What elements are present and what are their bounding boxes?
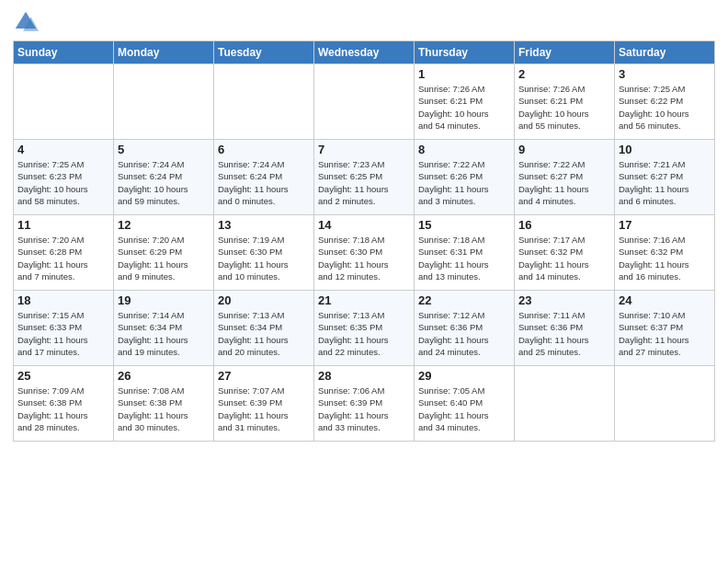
cell-date: 14	[318, 218, 410, 232]
calendar-cell: 24Sunrise: 7:10 AM Sunset: 6:37 PM Dayli…	[615, 291, 715, 366]
logo	[13, 9, 40, 35]
day-header-saturday: Saturday	[615, 41, 715, 64]
cell-info: Sunrise: 7:09 AM Sunset: 6:38 PM Dayligh…	[17, 385, 109, 433]
calendar-cell: 11Sunrise: 7:20 AM Sunset: 6:28 PM Dayli…	[14, 215, 114, 291]
calendar-cell	[515, 366, 615, 442]
calendar-cell	[314, 64, 415, 140]
cell-info: Sunrise: 7:07 AM Sunset: 6:39 PM Dayligh…	[218, 385, 310, 433]
calendar-cell: 9Sunrise: 7:22 AM Sunset: 6:27 PM Daylig…	[515, 140, 615, 215]
day-header-friday: Friday	[515, 41, 615, 64]
cell-date: 16	[518, 218, 610, 232]
calendar-cell: 23Sunrise: 7:11 AM Sunset: 6:36 PM Dayli…	[515, 291, 615, 366]
cell-info: Sunrise: 7:20 AM Sunset: 6:28 PM Dayligh…	[17, 234, 109, 282]
calendar-cell: 18Sunrise: 7:15 AM Sunset: 6:33 PM Dayli…	[14, 291, 114, 366]
cell-date: 9	[518, 143, 610, 156]
cell-date: 18	[17, 293, 109, 307]
cell-info: Sunrise: 7:22 AM Sunset: 6:26 PM Dayligh…	[418, 158, 510, 207]
calendar-cell: 7Sunrise: 7:23 AM Sunset: 6:25 PM Daylig…	[314, 140, 415, 215]
cell-info: Sunrise: 7:26 AM Sunset: 6:21 PM Dayligh…	[518, 83, 610, 132]
calendar-cell: 13Sunrise: 7:19 AM Sunset: 6:30 PM Dayli…	[214, 215, 314, 291]
calendar-week-4: 18Sunrise: 7:15 AM Sunset: 6:33 PM Dayli…	[14, 291, 715, 366]
day-header-thursday: Thursday	[415, 41, 515, 64]
page: SundayMondayTuesdayWednesdayThursdayFrid…	[0, 0, 728, 563]
logo-icon	[13, 9, 39, 35]
cell-info: Sunrise: 7:05 AM Sunset: 6:40 PM Dayligh…	[418, 385, 510, 433]
cell-date: 11	[17, 218, 109, 232]
calendar-cell: 22Sunrise: 7:12 AM Sunset: 6:36 PM Dayli…	[415, 291, 515, 366]
calendar-table: SundayMondayTuesdayWednesdayThursdayFrid…	[13, 40, 715, 442]
calendar-cell: 21Sunrise: 7:13 AM Sunset: 6:35 PM Dayli…	[314, 291, 415, 366]
calendar-cell: 26Sunrise: 7:08 AM Sunset: 6:38 PM Dayli…	[114, 366, 214, 442]
cell-date: 22	[418, 293, 510, 307]
cell-info: Sunrise: 7:11 AM Sunset: 6:36 PM Dayligh…	[518, 309, 610, 358]
calendar-cell: 4Sunrise: 7:25 AM Sunset: 6:23 PM Daylig…	[14, 140, 114, 215]
cell-info: Sunrise: 7:24 AM Sunset: 6:24 PM Dayligh…	[118, 158, 210, 207]
cell-info: Sunrise: 7:21 AM Sunset: 6:27 PM Dayligh…	[619, 158, 711, 207]
calendar-cell: 19Sunrise: 7:14 AM Sunset: 6:34 PM Dayli…	[114, 291, 214, 366]
calendar-cell: 12Sunrise: 7:20 AM Sunset: 6:29 PM Dayli…	[114, 215, 214, 291]
cell-info: Sunrise: 7:14 AM Sunset: 6:34 PM Dayligh…	[118, 309, 210, 358]
cell-date: 13	[218, 218, 310, 232]
day-header-tuesday: Tuesday	[214, 41, 314, 64]
cell-date: 1	[418, 67, 510, 81]
cell-info: Sunrise: 7:06 AM Sunset: 6:39 PM Dayligh…	[318, 385, 410, 433]
cell-info: Sunrise: 7:17 AM Sunset: 6:32 PM Dayligh…	[518, 234, 610, 282]
cell-date: 23	[518, 293, 610, 307]
cell-date: 7	[318, 143, 410, 156]
calendar-cell: 15Sunrise: 7:18 AM Sunset: 6:31 PM Dayli…	[415, 215, 515, 291]
calendar-cell: 10Sunrise: 7:21 AM Sunset: 6:27 PM Dayli…	[615, 140, 715, 215]
calendar-cell: 16Sunrise: 7:17 AM Sunset: 6:32 PM Dayli…	[515, 215, 615, 291]
header	[13, 9, 715, 35]
cell-date: 10	[619, 143, 711, 156]
cell-date: 29	[418, 369, 510, 383]
calendar-cell: 6Sunrise: 7:24 AM Sunset: 6:24 PM Daylig…	[214, 140, 314, 215]
cell-date: 20	[218, 293, 310, 307]
calendar-cell: 2Sunrise: 7:26 AM Sunset: 6:21 PM Daylig…	[515, 64, 615, 140]
cell-info: Sunrise: 7:18 AM Sunset: 6:31 PM Dayligh…	[418, 234, 510, 282]
cell-info: Sunrise: 7:10 AM Sunset: 6:37 PM Dayligh…	[619, 309, 711, 358]
cell-info: Sunrise: 7:25 AM Sunset: 6:23 PM Dayligh…	[17, 158, 109, 207]
calendar-cell: 3Sunrise: 7:25 AM Sunset: 6:22 PM Daylig…	[615, 64, 715, 140]
cell-info: Sunrise: 7:15 AM Sunset: 6:33 PM Dayligh…	[17, 309, 109, 358]
cell-date: 4	[17, 143, 109, 156]
cell-date: 19	[118, 293, 210, 307]
day-header-sunday: Sunday	[14, 41, 114, 64]
cell-date: 24	[619, 293, 711, 307]
cell-date: 2	[518, 67, 610, 81]
calendar-week-5: 25Sunrise: 7:09 AM Sunset: 6:38 PM Dayli…	[14, 366, 715, 442]
cell-date: 25	[17, 369, 109, 383]
cell-date: 6	[218, 143, 310, 156]
cell-info: Sunrise: 7:23 AM Sunset: 6:25 PM Dayligh…	[318, 158, 410, 207]
calendar-cell: 27Sunrise: 7:07 AM Sunset: 6:39 PM Dayli…	[214, 366, 314, 442]
day-header-monday: Monday	[114, 41, 214, 64]
calendar-cell	[114, 64, 214, 140]
cell-info: Sunrise: 7:25 AM Sunset: 6:22 PM Dayligh…	[619, 83, 711, 132]
calendar-week-3: 11Sunrise: 7:20 AM Sunset: 6:28 PM Dayli…	[14, 215, 715, 291]
cell-date: 21	[318, 293, 410, 307]
calendar-cell: 29Sunrise: 7:05 AM Sunset: 6:40 PM Dayli…	[415, 366, 515, 442]
calendar-cell	[615, 366, 715, 442]
cell-info: Sunrise: 7:18 AM Sunset: 6:30 PM Dayligh…	[318, 234, 410, 282]
calendar-cell	[14, 64, 114, 140]
cell-date: 12	[118, 218, 210, 232]
header-row: SundayMondayTuesdayWednesdayThursdayFrid…	[14, 41, 715, 64]
cell-date: 3	[619, 67, 711, 81]
cell-date: 5	[118, 143, 210, 156]
cell-info: Sunrise: 7:16 AM Sunset: 6:32 PM Dayligh…	[619, 234, 711, 282]
calendar-cell: 28Sunrise: 7:06 AM Sunset: 6:39 PM Dayli…	[314, 366, 415, 442]
cell-date: 28	[318, 369, 410, 383]
calendar-cell: 25Sunrise: 7:09 AM Sunset: 6:38 PM Dayli…	[14, 366, 114, 442]
calendar-cell: 8Sunrise: 7:22 AM Sunset: 6:26 PM Daylig…	[415, 140, 515, 215]
calendar-cell: 17Sunrise: 7:16 AM Sunset: 6:32 PM Dayli…	[615, 215, 715, 291]
calendar-week-2: 4Sunrise: 7:25 AM Sunset: 6:23 PM Daylig…	[14, 140, 715, 215]
cell-date: 15	[418, 218, 510, 232]
calendar-cell: 20Sunrise: 7:13 AM Sunset: 6:34 PM Dayli…	[214, 291, 314, 366]
cell-info: Sunrise: 7:13 AM Sunset: 6:35 PM Dayligh…	[318, 309, 410, 358]
cell-info: Sunrise: 7:13 AM Sunset: 6:34 PM Dayligh…	[218, 309, 310, 358]
calendar-cell: 14Sunrise: 7:18 AM Sunset: 6:30 PM Dayli…	[314, 215, 415, 291]
calendar-week-1: 1Sunrise: 7:26 AM Sunset: 6:21 PM Daylig…	[14, 64, 715, 140]
cell-info: Sunrise: 7:26 AM Sunset: 6:21 PM Dayligh…	[418, 83, 510, 132]
day-header-wednesday: Wednesday	[314, 41, 415, 64]
calendar-cell: 5Sunrise: 7:24 AM Sunset: 6:24 PM Daylig…	[114, 140, 214, 215]
calendar-cell: 1Sunrise: 7:26 AM Sunset: 6:21 PM Daylig…	[415, 64, 515, 140]
